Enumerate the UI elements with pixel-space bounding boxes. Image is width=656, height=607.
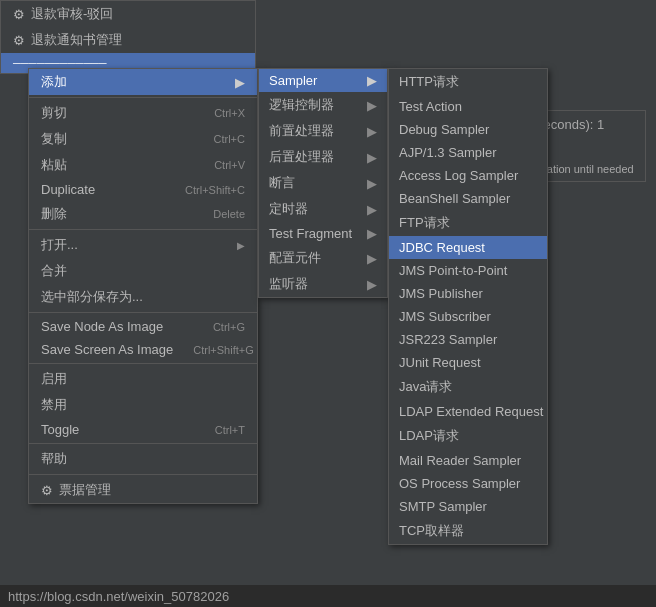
submenu-level2: HTTP请求 Test Action Debug Sampler AJP/1.3… [388, 68, 548, 545]
submenu2-item-smtp[interactable]: SMTP Sampler [389, 495, 547, 518]
separator-6 [29, 474, 257, 475]
submenu-arrow-fragment: ▶ [367, 226, 377, 241]
submenu-arrow-pre: ▶ [367, 124, 377, 139]
menu-item-open[interactable]: 打开... ▶ [29, 232, 257, 258]
menu-item-delete[interactable]: 删除 Delete [29, 201, 257, 227]
submenu-item-pre[interactable]: 前置处理器 ▶ [259, 118, 387, 144]
status-bar: https://blog.csdn.net/weixin_50782026 [0, 585, 656, 607]
submenu2-item-junit[interactable]: JUnit Request [389, 351, 547, 374]
submenu-item-sampler[interactable]: Sampler ▶ [259, 69, 387, 92]
submenu-arrow-logic: ▶ [367, 98, 377, 113]
submenu2-item-os[interactable]: OS Process Sampler [389, 472, 547, 495]
submenu-item-config[interactable]: 配置元件 ▶ [259, 245, 387, 271]
menu-item-paste[interactable]: 粘贴 Ctrl+V [29, 152, 257, 178]
gear-icon-2: ⚙ [13, 33, 25, 48]
menu-item-help[interactable]: 帮助 [29, 446, 257, 472]
gear-icon: ⚙ [13, 7, 25, 22]
menu-item-disable[interactable]: 禁用 [29, 392, 257, 418]
submenu2-item-test-action[interactable]: Test Action [389, 95, 547, 118]
right-panel-label-seconds: seconds): 1 [537, 117, 635, 132]
submenu-arrow-config: ▶ [367, 251, 377, 266]
submenu-item-timer[interactable]: 定时器 ▶ [259, 196, 387, 222]
separator-4 [29, 363, 257, 364]
menu-item-merge[interactable]: 合并 [29, 258, 257, 284]
submenu-arrow-open: ▶ [237, 240, 245, 251]
menu-item-cut[interactable]: 剪切 Ctrl+X [29, 100, 257, 126]
submenu2-item-beanshell[interactable]: BeanShell Sampler [389, 187, 547, 210]
submenu-arrow: ▶ [235, 75, 245, 90]
submenu-arrow-assert: ▶ [367, 176, 377, 191]
submenu2-item-jdbc[interactable]: JDBC Request [389, 236, 547, 259]
submenu2-item-http[interactable]: HTTP请求 [389, 69, 547, 95]
submenu2-item-access-log[interactable]: Access Log Sampler [389, 164, 547, 187]
right-panel-label-creation: reation until needed [537, 163, 635, 175]
submenu2-item-java[interactable]: Java请求 [389, 374, 547, 400]
menu-item-duplicate[interactable]: Duplicate Ctrl+Shift+C [29, 178, 257, 201]
submenu-item-post[interactable]: 后置处理器 ▶ [259, 144, 387, 170]
right-panel-value: 1 [537, 140, 635, 155]
separator-5 [29, 443, 257, 444]
submenu-item-listener[interactable]: 监听器 ▶ [259, 271, 387, 297]
submenu2-item-ajp[interactable]: AJP/1.3 Sampler [389, 141, 547, 164]
submenu2-item-jms-publisher[interactable]: JMS Publisher [389, 282, 547, 305]
top-item-refund-notice[interactable]: ⚙ 退款通知书管理 [1, 27, 255, 53]
menu-item-toggle[interactable]: Toggle Ctrl+T [29, 418, 257, 441]
menu-item-save-screen[interactable]: Save Screen As Image Ctrl+Shift+G [29, 338, 257, 361]
submenu2-item-tcp[interactable]: TCP取样器 [389, 518, 547, 544]
top-item-refund-review[interactable]: ⚙ 退款审核-驳回 [1, 1, 255, 27]
context-menu: 添加 ▶ 剪切 Ctrl+X 复制 Ctrl+C 粘贴 Ctrl+V Dupli… [28, 68, 258, 504]
status-url: https://blog.csdn.net/weixin_50782026 [8, 589, 229, 604]
submenu2-item-jms-point[interactable]: JMS Point-to-Point [389, 259, 547, 282]
submenu2-item-jsr223[interactable]: JSR223 Sampler [389, 328, 547, 351]
menu-item-copy[interactable]: 复制 Ctrl+C [29, 126, 257, 152]
submenu2-item-mail[interactable]: Mail Reader Sampler [389, 449, 547, 472]
gear-icon-ticket: ⚙ [41, 483, 53, 498]
submenu-item-testfragment[interactable]: Test Fragment ▶ [259, 222, 387, 245]
submenu-arrow-timer: ▶ [367, 202, 377, 217]
submenu2-item-jms-subscriber[interactable]: JMS Subscriber [389, 305, 547, 328]
menu-item-enable[interactable]: 启用 [29, 366, 257, 392]
submenu-level1: Sampler ▶ 逻辑控制器 ▶ 前置处理器 ▶ 后置处理器 ▶ 断言 ▶ 定… [258, 68, 388, 298]
separator-1 [29, 97, 257, 98]
menu-item-add[interactable]: 添加 ▶ [29, 69, 257, 95]
submenu2-item-debug[interactable]: Debug Sampler [389, 118, 547, 141]
submenu2-item-ldap[interactable]: LDAP请求 [389, 423, 547, 449]
submenu2-item-ldap-ext[interactable]: LDAP Extended Request [389, 400, 547, 423]
menu-item-ticket[interactable]: ⚙ 票据管理 [29, 477, 257, 503]
menu-item-save-selected[interactable]: 选中部分保存为... [29, 284, 257, 310]
separator-3 [29, 312, 257, 313]
separator-2 [29, 229, 257, 230]
submenu-item-assert[interactable]: 断言 ▶ [259, 170, 387, 196]
submenu-arrow-sampler: ▶ [367, 73, 377, 88]
menu-item-save-node[interactable]: Save Node As Image Ctrl+G [29, 315, 257, 338]
submenu2-item-ftp[interactable]: FTP请求 [389, 210, 547, 236]
submenu-item-logic[interactable]: 逻辑控制器 ▶ [259, 92, 387, 118]
submenu-arrow-post: ▶ [367, 150, 377, 165]
submenu-arrow-listener: ▶ [367, 277, 377, 292]
